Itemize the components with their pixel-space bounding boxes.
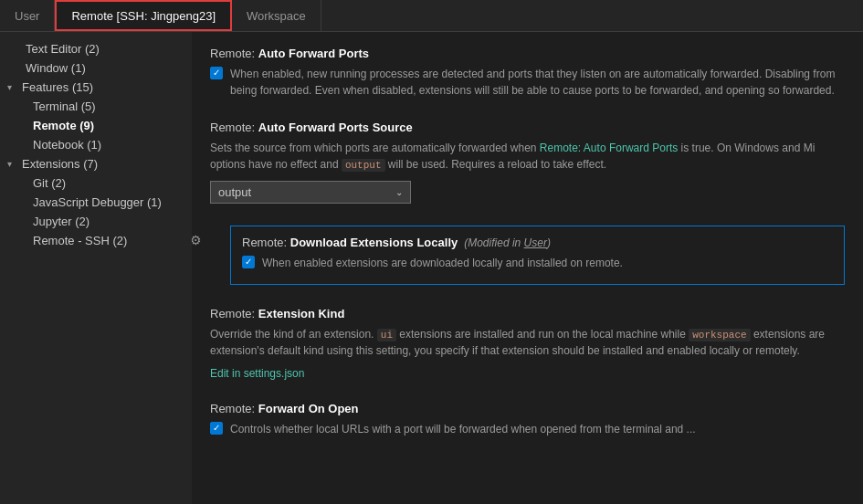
setting-desc-extension-kind: Override the kind of an extension. ui ex…	[210, 326, 845, 360]
checkbox-forward-on-open[interactable]	[210, 422, 223, 435]
setting-auto-forward-ports: Remote: Auto Forward Ports When enabled,…	[210, 47, 845, 99]
tab-remote[interactable]: Remote [SSH: Jingpeng23]	[55, 0, 232, 31]
setting-title-forward-on-open: Remote: Forward On Open	[210, 402, 845, 415]
link-auto-forward-ports[interactable]: Remote: Auto Forward Ports	[540, 142, 678, 154]
checkbox-auto-forward-ports[interactable]	[210, 67, 223, 79]
setting-title-auto-forward-ports-source: Remote: Auto Forward Ports Source	[210, 121, 845, 134]
setting-extension-kind: Remote: Extension Kind Override the kind…	[210, 307, 845, 381]
setting-auto-forward-ports-source: Remote: Auto Forward Ports Source Sets t…	[210, 121, 845, 204]
checkbox-download-extensions[interactable]	[242, 256, 255, 268]
setting-download-extensions-locally: Remote: Download Extensions Locally (Mod…	[230, 226, 845, 285]
tab-bar: User Remote [SSH: Jingpeng23] Workspace	[0, 0, 863, 32]
setting-forward-on-open: Remote: Forward On Open Controls whether…	[210, 402, 845, 437]
sidebar-item-notebook[interactable]: Notebook (1)	[0, 135, 192, 154]
chevron-down-icon: ▾	[7, 159, 22, 169]
setting-title-extension-kind: Remote: Extension Kind	[210, 307, 845, 320]
modified-badge: (Modified in User)	[461, 236, 551, 249]
sidebar-item-text-editor[interactable]: Text Editor (2)	[0, 39, 192, 58]
checkbox-row-forward-on-open: Controls whether local URLs with a port …	[210, 421, 845, 437]
sidebar-item-remote-ssh[interactable]: Remote - SSH (2)	[0, 231, 192, 250]
setting-desc-auto-forward-ports-source: Sets the source from which ports are aut…	[210, 140, 845, 173]
sidebar-item-extensions[interactable]: ▾ Extensions (7)	[0, 154, 192, 173]
sidebar-item-features[interactable]: ▾ Features (15)	[0, 78, 192, 97]
gear-icon[interactable]: ⚙	[192, 233, 202, 247]
settings-content: Remote: Auto Forward Ports When enabled,…	[192, 32, 863, 504]
setting-title-download-extensions: Remote: Download Extensions Locally (Mod…	[242, 236, 833, 249]
sidebar-item-js-debugger[interactable]: JavaScript Debugger (1)	[0, 193, 192, 212]
sidebar-item-remote[interactable]: Remote (9)	[0, 116, 192, 135]
checkbox-row-download-extensions: When enabled extensions are downloaded l…	[242, 255, 833, 271]
sidebar: Text Editor (2) Window (1) ▾ Features (1…	[0, 32, 192, 504]
edit-settings-json-link[interactable]: Edit in settings.json	[210, 367, 304, 380]
modified-in-user-link[interactable]: User	[524, 236, 547, 249]
sidebar-item-jupyter[interactable]: Jupyter (2)	[0, 212, 192, 231]
checkbox-row-auto-forward: When enabled, new running processes are …	[210, 66, 845, 99]
chevron-down-icon: ⌄	[395, 187, 403, 197]
setting-title-auto-forward-ports: Remote: Auto Forward Ports	[210, 47, 845, 60]
sidebar-item-git[interactable]: Git (2)	[0, 173, 192, 193]
sidebar-item-window[interactable]: Window (1)	[0, 58, 192, 78]
dropdown-auto-forward-source[interactable]: output ⌄	[210, 181, 411, 204]
chevron-down-icon: ▾	[7, 82, 22, 92]
tab-workspace[interactable]: Workspace	[232, 0, 321, 31]
tab-user[interactable]: User	[0, 0, 55, 31]
setting-download-extensions-wrapper: ⚙ Remote: Download Extensions Locally (M…	[210, 226, 845, 285]
main-layout: Text Editor (2) Window (1) ▾ Features (1…	[0, 32, 863, 504]
sidebar-item-terminal[interactable]: Terminal (5)	[0, 97, 192, 116]
